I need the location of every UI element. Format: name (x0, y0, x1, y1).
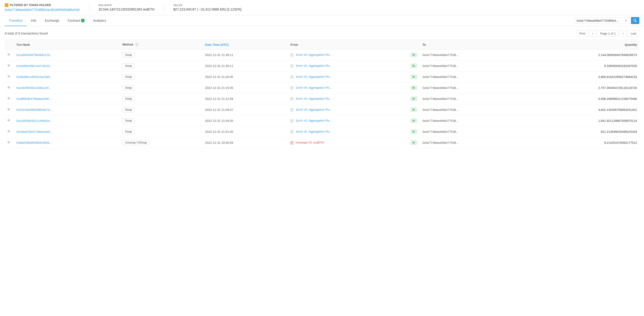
to-address: 0x0e774bbed46b477538... (422, 64, 459, 68)
to-address: 0x0e774bbed46b477538... (422, 119, 459, 123)
to-address: 0x0e774bbed46b477538... (422, 97, 459, 101)
tab-analytics-label: Analytics (93, 19, 106, 23)
row-to-cell: 0x0e774bbed46b477538... (420, 50, 526, 61)
row-method-cell: Swap (120, 71, 202, 82)
table-row: 👁 0x66dd6ccd53010a24d9... Swap 2022-12-3… (5, 71, 639, 82)
row-from-cell: 1inch v5: Aggregation Ro... (288, 115, 408, 126)
row-direction-cell: IN (408, 71, 420, 82)
quantity-value: 921.213649033499220329 (601, 130, 637, 134)
row-direction-cell: IN (408, 104, 420, 115)
row-to-cell: 0x0e774bbed46b477538... (420, 93, 526, 104)
row-direction-cell: IN (408, 82, 420, 93)
search-input[interactable] (576, 19, 623, 23)
balance-value: 20,544.140721135332901383 wstETH (99, 8, 154, 11)
row-eye-cell: 👁 (5, 104, 14, 115)
direction-badge: IN (410, 141, 417, 145)
txn-hash-link[interactable]: 0xd88f5964799d4ac568... (16, 97, 51, 101)
row-datetime-cell: 2022-12-31 21:15:35 (202, 82, 288, 93)
table-header-row: Txn Hash Method i Date Time (UTC) From T… (5, 40, 639, 50)
eye-icon[interactable]: 👁 (7, 141, 11, 144)
row-txn-hash-cell: 0x52243e0f60599f18e7d... (14, 104, 120, 115)
balance-label: BALANCE (99, 4, 154, 7)
row-txn-hash-cell: 0x3a0b62d9e7a47c9103... (14, 61, 120, 71)
row-to-cell: 0x0e774bbed46b477538... (420, 61, 526, 71)
contract-verified-icon: ✓ (81, 19, 85, 23)
direction-badge: IN (410, 75, 417, 79)
pagination: First ‹ Page 1 of 1 › Last (576, 30, 639, 37)
row-eye-cell: 👁 (5, 126, 14, 137)
from-link[interactable]: 1inch v5: Aggregation Ro... (296, 53, 332, 57)
doc-icon (290, 97, 294, 101)
direction-badge: IN (410, 97, 417, 101)
tab-analytics[interactable]: Analytics (89, 16, 110, 26)
row-method-cell: Swap (120, 115, 202, 126)
eye-icon[interactable]: 👁 (7, 64, 11, 68)
eye-icon[interactable]: 👁 (7, 75, 11, 79)
eye-icon[interactable]: 👁 (7, 86, 11, 90)
datetime-text: 2022-12-31 21:15:35 (205, 86, 233, 90)
row-method-cell: Swap (120, 104, 202, 115)
txn-hash-link[interactable]: 0xfbbf298fd5094003959... (16, 141, 52, 144)
from-link[interactable]: 1inch v5: Aggregation Ro... (296, 108, 332, 111)
txn-hash-link[interactable]: 0xe49cf83561c646e120... (16, 86, 51, 90)
eye-icon[interactable]: 👁 (7, 108, 11, 112)
eye-icon[interactable]: 👁 (7, 53, 11, 57)
filter-address-link[interactable]: 0x0e774bbed46b477538f5b34c8618858d3d86e5… (5, 8, 80, 12)
tab-contract[interactable]: Contract ✓ (64, 16, 89, 26)
direction-badge: IN (410, 130, 417, 134)
quantity-value: 3,660.816422856274684233 (598, 75, 637, 79)
tab-transfers[interactable]: Transfers (5, 16, 27, 26)
row-to-cell: 0x0e774bbed46b477538... (420, 115, 526, 126)
row-datetime-cell: 2022-12-31 21:04:35 (202, 115, 288, 126)
search-clear-button[interactable]: ✕ (625, 19, 628, 22)
txn-hash-link[interactable]: 0x0abe5292473debe4e0... (16, 130, 52, 134)
tab-info[interactable]: Info (27, 16, 40, 26)
row-txn-hash-cell: 0xe49cf83561c646e120... (14, 82, 120, 93)
txn-hash-link[interactable]: 0x52243e0f60599f18e7d... (16, 108, 52, 112)
from-link[interactable]: 1inch v5: Aggregation Ro... (296, 86, 332, 89)
direction-badge: IN (410, 119, 417, 123)
quantity-value: 4,598.189999311239275466 (598, 97, 637, 101)
next-page-button[interactable]: › (620, 30, 626, 37)
last-page-button[interactable]: Last (628, 30, 639, 37)
from-link[interactable]: 1inch v5: Aggregation Ro... (296, 75, 332, 78)
row-quantity-cell: 3,660.816422856274684233 (526, 71, 639, 82)
first-page-button[interactable]: First (576, 30, 588, 37)
row-datetime-cell: 2022-12-31 20:50:59 (202, 137, 288, 148)
txn-hash-link[interactable]: 0x1af4605fd79b0682216... (16, 53, 52, 57)
search-button[interactable] (631, 17, 639, 24)
row-txn-hash-cell: 0xa18938c93211e5b02e... (14, 115, 120, 126)
row-method-cell: Uniswap V3Swap (120, 137, 202, 148)
datetime-text: 2022-12-31 21:04:35 (205, 119, 233, 123)
from-link[interactable]: 1inch v5: Aggregation Ro... (296, 97, 332, 100)
method-badge: Swap (122, 107, 134, 112)
row-direction-cell: IN (408, 61, 420, 71)
datetime-text: 2022-12-31 20:50:59 (205, 141, 233, 144)
from-link[interactable]: 1inch v5: Aggregation Ro... (296, 130, 332, 133)
search-input-wrap: ✕ (574, 18, 630, 24)
from-link[interactable]: 1inch v5: Aggregation Ro... (296, 119, 332, 122)
txn-hash-link[interactable]: 0x3a0b62d9e7a47c9103... (16, 64, 52, 68)
doc-icon (290, 108, 294, 112)
datetime-text: 2022-12-31 21:20:35 (205, 75, 233, 79)
method-badge: Uniswap V3Swap (122, 140, 150, 145)
from-link[interactable]: 1inch v5: Aggregation Ro... (296, 64, 332, 68)
row-from-cell: 1inch v5: Aggregation Ro... (288, 71, 408, 82)
row-direction-cell: IN (408, 50, 420, 61)
prev-page-button[interactable]: ‹ (589, 30, 596, 37)
tab-exchange[interactable]: Exchange (40, 16, 64, 26)
table-row: 👁 0x0abe5292473debe4e0... Swap 2022-12-3… (5, 126, 639, 137)
row-eye-cell: 👁 (5, 82, 14, 93)
eye-icon[interactable]: 👁 (7, 119, 11, 123)
eye-icon[interactable]: 👁 (7, 130, 11, 134)
txn-hash-link[interactable]: 0x66dd6ccd53010a24d9... (16, 75, 52, 79)
txn-hash-link[interactable]: 0xa18938c93211e5b02e... (16, 119, 52, 123)
quantity-value: 4,602.135456790891641401 (598, 108, 637, 112)
row-datetime-cell: 2022-12-31 21:36:11 (202, 61, 288, 71)
row-eye-cell: 👁 (5, 93, 14, 104)
quantity-value: 2,757.394404726116118720 (598, 86, 637, 90)
eye-icon[interactable]: 👁 (7, 97, 11, 101)
method-info-icon[interactable]: i (135, 43, 138, 47)
from-link[interactable]: Uniswap V3: wstETH (296, 141, 324, 144)
to-address: 0x0e774bbed46b477538... (422, 108, 459, 112)
